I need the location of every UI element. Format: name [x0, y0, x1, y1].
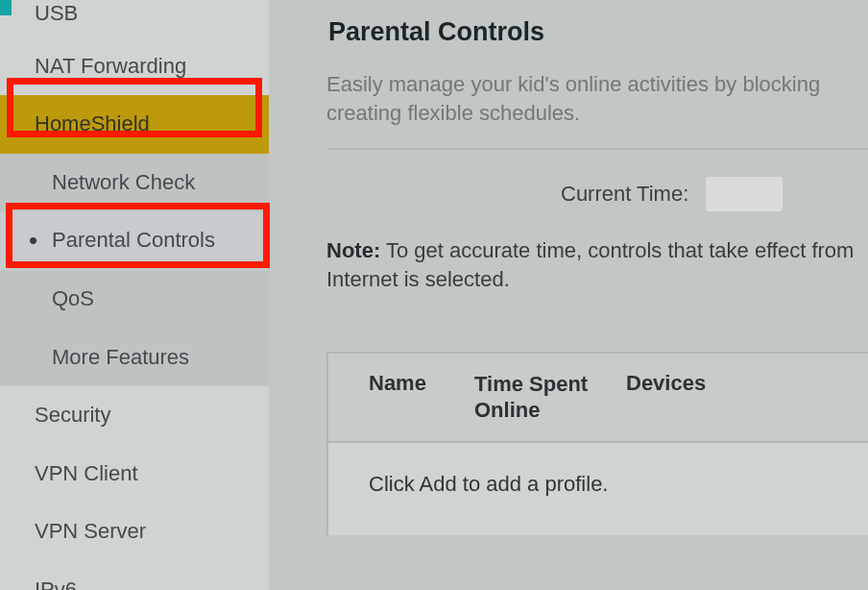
main-content: Parental Controls Easily manage your kid…	[269, 0, 868, 590]
sidebar-item-label: USB	[35, 1, 78, 25]
sidebar-item-more-features[interactable]: More Features	[0, 329, 269, 387]
sidebar-item-label: QoS	[52, 286, 94, 310]
table-header-time: Time Spent Online	[474, 371, 626, 424]
sidebar-item-usb[interactable]: USB	[0, 0, 269, 37]
section-divider	[328, 148, 868, 150]
table-header-name: Name	[328, 371, 474, 424]
sidebar-item-ipv6[interactable]: IPv6	[0, 561, 269, 590]
sidebar: USB NAT Forwarding HomeShield Network Ch…	[0, 0, 269, 590]
sidebar-item-homeshield[interactable]: HomeShield	[0, 95, 269, 154]
sidebar-item-qos[interactable]: QoS	[0, 270, 269, 329]
profiles-table: Name Time Spent Online Devices Click Add…	[326, 352, 868, 535]
note-text: Note: To get accurate time, controls tha…	[326, 236, 868, 293]
sidebar-item-parental-controls[interactable]: Parental Controls	[0, 211, 269, 270]
sidebar-item-label: VPN Client	[35, 461, 138, 485]
sidebar-item-label: VPN Server	[35, 519, 146, 543]
current-time-value	[706, 177, 783, 211]
sidebar-item-vpn-client[interactable]: VPN Client	[0, 445, 269, 504]
table-empty-text: Click Add to add a profile.	[369, 472, 608, 496]
current-time-row: Current Time:	[326, 177, 868, 211]
sidebar-item-nat-forwarding[interactable]: NAT Forwarding	[0, 37, 269, 96]
table-empty-row: Click Add to add a profile.	[328, 443, 868, 535]
table-header-row: Name Time Spent Online Devices	[328, 354, 868, 443]
page-description: Easily manage your kid's online activiti…	[326, 70, 868, 127]
table-header-devices: Devices	[626, 371, 868, 424]
current-time-label: Current Time:	[561, 182, 688, 207]
sidebar-item-network-check[interactable]: Network Check	[0, 154, 269, 212]
sidebar-item-security[interactable]: Security	[0, 386, 269, 445]
page-title: Parental Controls	[328, 17, 868, 47]
sidebar-item-label: Security	[35, 403, 110, 427]
note-label: Note:	[326, 238, 380, 262]
note-body: To get accurate time, controls that take…	[326, 238, 854, 291]
sidebar-item-label: NAT Forwarding	[35, 54, 186, 78]
sidebar-item-label: Parental Controls	[52, 228, 215, 252]
sidebar-item-label: More Features	[52, 345, 189, 369]
sidebar-item-label: HomeShield	[35, 111, 150, 135]
sidebar-item-vpn-server[interactable]: VPN Server	[0, 503, 269, 561]
sidebar-item-label: IPv6	[35, 578, 77, 590]
sidebar-item-label: Network Check	[52, 170, 195, 194]
